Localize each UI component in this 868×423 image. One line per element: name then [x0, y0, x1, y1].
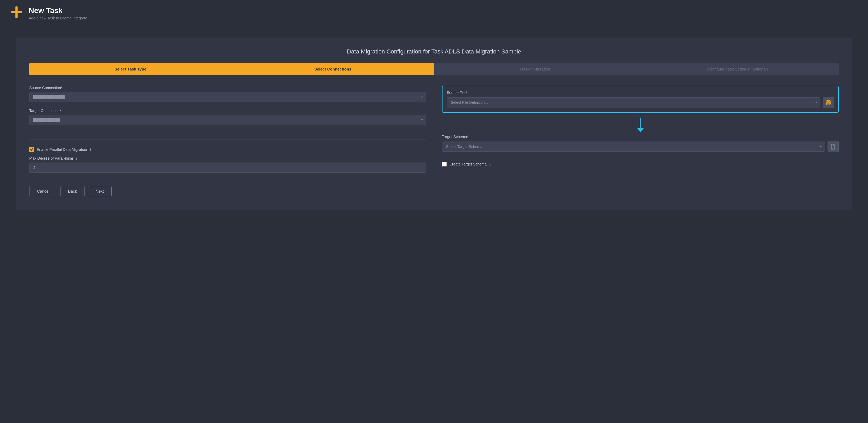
cancel-button[interactable]: Cancel — [29, 186, 57, 196]
main-content: Data Migration Configuration for Task AD… — [0, 27, 868, 220]
enable-parallel-label: Enable Parallel Data Migration — [37, 148, 87, 152]
max-degree-label: Max Degree of Parallelism ℹ — [29, 156, 426, 160]
step-design-migration[interactable]: Design Migration — [434, 63, 637, 75]
next-button[interactable]: Next — [88, 186, 112, 196]
target-connection-label: Target Connection* — [29, 108, 426, 113]
target-schema-browse-button[interactable] — [828, 141, 839, 152]
target-connection-group: Target Connection* ██████████ ▾ — [29, 108, 426, 125]
header-text: New Task Add a new Task to Loome Integra… — [29, 6, 87, 20]
step-select-connections-label: Select Connections — [314, 67, 351, 71]
form-right: Source File* Select File Definition... ▾ — [442, 86, 839, 167]
source-file-group: Source File* Select File Definition... ▾ — [447, 91, 834, 108]
file-icon — [831, 144, 836, 150]
max-degree-info-icon[interactable]: ℹ — [75, 156, 77, 160]
source-connection-select-wrapper: ████████████ ▾ — [29, 92, 426, 102]
card-title: Data Migration Configuration for Task AD… — [29, 48, 839, 55]
database-icon — [826, 99, 831, 105]
target-schema-group: Target Schema* Select Target Schema... ▾ — [442, 135, 839, 156]
form-left: Source Connection* ████████████ ▾ Target… — [29, 86, 426, 173]
parallel-section: Enable Parallel Data Migration ℹ Max Deg… — [29, 139, 426, 173]
source-file-container: Source File* Select File Definition... ▾ — [442, 86, 839, 113]
create-target-schema-label: Create Target Schema — [450, 162, 487, 166]
page-header: New Task Add a new Task to Loome Integra… — [0, 0, 868, 27]
form-grid: Source Connection* ████████████ ▾ Target… — [29, 86, 839, 173]
max-degree-group: Max Degree of Parallelism ℹ — [29, 156, 426, 173]
target-schema-row: Select Target Schema... ▾ — [442, 141, 839, 152]
create-target-schema-info-icon[interactable]: ℹ — [489, 162, 491, 166]
plus-icon — [9, 5, 23, 21]
step-configure-task-settings-label: Configure Task Settings (Optional) — [707, 67, 768, 71]
arrow-head — [637, 128, 644, 132]
target-schema-select[interactable]: Select Target Schema... — [442, 141, 825, 152]
enable-parallel-row: Enable Parallel Data Migration ℹ — [29, 147, 426, 152]
stepper: Select Task Type Select Connections Desi… — [29, 63, 839, 75]
target-connection-select[interactable]: ██████████ — [29, 115, 426, 125]
blue-arrow-indicator — [442, 118, 839, 132]
page-subtitle: Add a new Task to Loome Integrate — [29, 16, 87, 20]
source-file-label: Source File* — [447, 91, 834, 95]
step-design-migration-label: Design Migration — [520, 67, 550, 71]
arrow-shaft — [640, 118, 641, 128]
source-file-select-wrapper: Select File Definition... ▾ — [447, 97, 820, 107]
source-file-row: Select File Definition... ▾ — [447, 97, 834, 108]
target-schema-label: Target Schema* — [442, 135, 839, 139]
target-connection-select-wrapper: ██████████ ▾ — [29, 115, 426, 125]
enable-parallel-checkbox[interactable] — [29, 147, 34, 152]
step-configure-task-settings[interactable]: Configure Task Settings (Optional) — [637, 63, 839, 75]
step-select-connections[interactable]: Select Connections — [232, 63, 434, 75]
source-connection-label: Source Connection* — [29, 86, 426, 90]
create-target-schema-row: Create Target Schema ℹ — [442, 162, 839, 167]
page-title: New Task — [29, 6, 87, 15]
source-connection-group: Source Connection* ████████████ ▾ — [29, 86, 426, 102]
source-connection-select[interactable]: ████████████ — [29, 92, 426, 102]
source-file-select[interactable]: Select File Definition... — [447, 97, 820, 107]
svg-point-2 — [826, 100, 831, 102]
create-target-schema-checkbox[interactable] — [442, 162, 447, 167]
action-buttons: Cancel Back Next — [29, 186, 839, 196]
source-file-browse-button[interactable] — [823, 97, 834, 108]
max-degree-input[interactable] — [29, 163, 426, 173]
step-select-task-type-link[interactable]: Select Task Type — [115, 67, 146, 71]
enable-parallel-info-icon[interactable]: ℹ — [90, 148, 91, 152]
step-select-task-type[interactable]: Select Task Type — [29, 63, 232, 75]
back-button[interactable]: Back — [60, 186, 85, 196]
task-config-card: Data Migration Configuration for Task AD… — [16, 37, 852, 209]
target-schema-select-wrapper: Select Target Schema... ▾ — [442, 141, 825, 152]
svg-rect-1 — [11, 11, 22, 13]
